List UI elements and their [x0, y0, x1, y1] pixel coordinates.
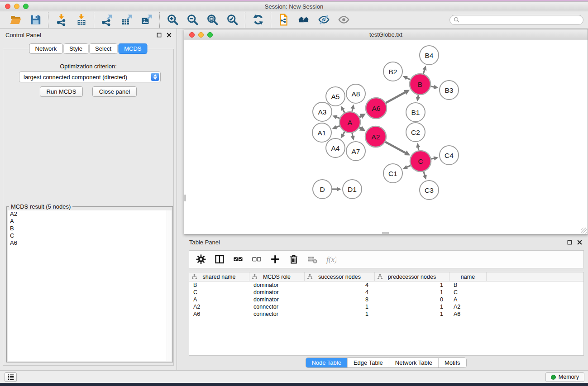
float-table-panel-icon[interactable] — [567, 239, 573, 245]
cell-successor-nodes[interactable]: 8 — [305, 296, 375, 303]
cell-shared-name[interactable]: B — [189, 282, 249, 288]
tab-edge-table[interactable]: Edge Table — [347, 358, 389, 367]
table-row-C[interactable]: Cdominator41C — [189, 289, 583, 296]
cell-predecessor-nodes[interactable]: 1 — [375, 304, 449, 310]
cell-shared-name[interactable]: A6 — [189, 311, 249, 317]
export-image-icon[interactable] — [139, 13, 154, 27]
table-row-A6[interactable]: A6connector11A6 — [189, 310, 583, 318]
cell-successor-nodes[interactable]: 4 — [305, 282, 375, 288]
graph-edge-C-C2[interactable] — [418, 147, 419, 151]
hide-selected-icon[interactable] — [316, 13, 331, 27]
zoom-fit-icon[interactable] — [205, 13, 220, 27]
cell-predecessor-nodes[interactable]: 1 — [375, 282, 449, 288]
table-row-B[interactable]: Bdominator41B — [189, 281, 583, 289]
refresh-icon[interactable] — [251, 13, 265, 27]
scrollbar-track[interactable] — [167, 210, 172, 361]
column-header-predecessor-nodes[interactable]: predecessor nodes — [375, 272, 449, 281]
graph-edge-B-B4[interactable] — [423, 70, 425, 74]
zoom-in-icon[interactable] — [165, 13, 180, 27]
task-history-button[interactable] — [5, 372, 17, 382]
graph-edge-C-C1[interactable] — [406, 166, 411, 167]
tab-mcds[interactable]: MCDS — [118, 43, 147, 54]
tab-select[interactable]: Select — [89, 43, 117, 54]
column-header-MCDS-role[interactable]: MCDS role — [249, 272, 305, 281]
cell-MCDS-role[interactable]: dominator — [249, 289, 305, 295]
vertical-scroll-indicator[interactable] — [184, 195, 186, 201]
tab-network-table[interactable]: Network Table — [389, 358, 438, 367]
graph-edge-A2-C[interactable] — [385, 142, 406, 153]
resize-grip[interactable] — [581, 228, 587, 234]
cell-predecessor-nodes[interactable]: 1 — [375, 289, 449, 295]
optimization-select[interactable]: largest connected component (directed) — [19, 71, 161, 82]
mcds-result-item[interactable]: A6 — [8, 239, 172, 247]
graph-edge-C-C4[interactable] — [431, 158, 435, 159]
search-input[interactable] — [462, 17, 579, 23]
cell-name[interactable]: A6 — [449, 311, 487, 317]
mcds-result-list[interactable]: A2ABCA6 — [8, 210, 172, 361]
table-row-A2[interactable]: A2connector11A2 — [189, 303, 583, 310]
cell-shared-name[interactable]: C — [189, 289, 249, 295]
graph-edge-A-A4[interactable] — [343, 132, 344, 135]
memory-button[interactable]: Memory — [545, 372, 584, 382]
cell-predecessor-nodes[interactable]: 1 — [375, 311, 449, 317]
show-columns-icon[interactable] — [214, 253, 225, 265]
tab-node-table[interactable]: Node Table — [306, 358, 347, 367]
cell-name[interactable]: C — [449, 289, 487, 295]
settings-gear-icon[interactable] — [195, 253, 207, 265]
deselect-all-icon[interactable] — [251, 253, 263, 265]
new-network-from-selection-icon[interactable] — [277, 13, 291, 27]
first-neighbors-icon[interactable] — [296, 13, 311, 27]
cell-name[interactable]: B — [449, 282, 487, 288]
graph-edge-A-A1[interactable] — [336, 126, 340, 127]
graph-edge-C-C3[interactable] — [424, 172, 425, 176]
table-row-A[interactable]: Adominator80A — [189, 296, 583, 303]
cell-successor-nodes[interactable]: 1 — [305, 311, 375, 317]
export-table-icon[interactable] — [120, 13, 134, 27]
column-header-shared-name[interactable]: shared name — [189, 272, 249, 281]
graph-edge-A-A8[interactable] — [352, 108, 353, 111]
network-canvas[interactable]: B4B2BB3A8A5A6A3B1AA1C2A2A4A7C4CC1C3DD1 — [184, 40, 588, 234]
cell-MCDS-role[interactable]: connector — [249, 311, 305, 317]
cell-name[interactable]: A2 — [449, 304, 487, 310]
cell-shared-name[interactable]: A — [189, 296, 249, 303]
cell-MCDS-role[interactable]: dominator — [249, 282, 305, 288]
graph-edge-B-B3[interactable] — [431, 86, 435, 87]
graph-edge-A-A5[interactable] — [343, 110, 344, 113]
float-panel-icon[interactable] — [156, 32, 162, 38]
cell-name[interactable]: A — [449, 296, 487, 303]
network-graph[interactable]: B4B2BB3A8A5A6A3B1AA1C2A2A4A7C4CC1C3DD1 — [184, 40, 588, 234]
graph-edge-A6-B[interactable] — [386, 92, 405, 103]
export-network-icon[interactable] — [100, 13, 114, 27]
mcds-result-item[interactable]: A — [8, 218, 172, 225]
horizontal-scroll-indicator[interactable] — [382, 232, 389, 234]
tab-style[interactable]: Style — [63, 43, 88, 54]
column-header-successor-nodes[interactable]: successor nodes — [305, 272, 375, 281]
zoom-selected-icon[interactable] — [225, 13, 239, 27]
save-session-icon[interactable] — [28, 13, 43, 27]
graph-edge-A-A3[interactable] — [336, 117, 340, 119]
cell-shared-name[interactable]: A2 — [189, 304, 249, 310]
graph-edge-A-A7[interactable] — [352, 133, 353, 137]
cell-MCDS-role[interactable]: connector — [249, 304, 305, 310]
mcds-result-item[interactable]: B — [8, 225, 172, 232]
column-header-name[interactable]: name — [449, 272, 487, 281]
close-panel-icon[interactable] — [166, 32, 172, 38]
add-row-icon[interactable] — [269, 253, 281, 265]
zoom-out-icon[interactable] — [185, 13, 200, 27]
run-mcds-button[interactable]: Run MCDS — [40, 86, 83, 97]
cell-successor-nodes[interactable]: 1 — [305, 304, 375, 310]
open-file-icon[interactable] — [8, 13, 23, 27]
show-all-icon[interactable] — [336, 13, 351, 27]
mcds-result-item[interactable]: A2 — [8, 210, 172, 218]
tab-network[interactable]: Network — [29, 43, 62, 54]
graph-edge-B-B2[interactable] — [406, 78, 410, 80]
import-network-icon[interactable] — [54, 13, 68, 27]
tab-motifs[interactable]: Motifs — [438, 358, 466, 367]
import-table-icon[interactable] — [74, 13, 88, 27]
mcds-result-item[interactable]: C — [8, 232, 172, 239]
delete-row-icon[interactable] — [288, 253, 300, 265]
close-panel-button[interactable]: Close panel — [92, 86, 137, 97]
search-field[interactable] — [449, 15, 583, 25]
select-all-icon[interactable] — [232, 253, 244, 265]
cell-successor-nodes[interactable]: 4 — [305, 289, 375, 295]
